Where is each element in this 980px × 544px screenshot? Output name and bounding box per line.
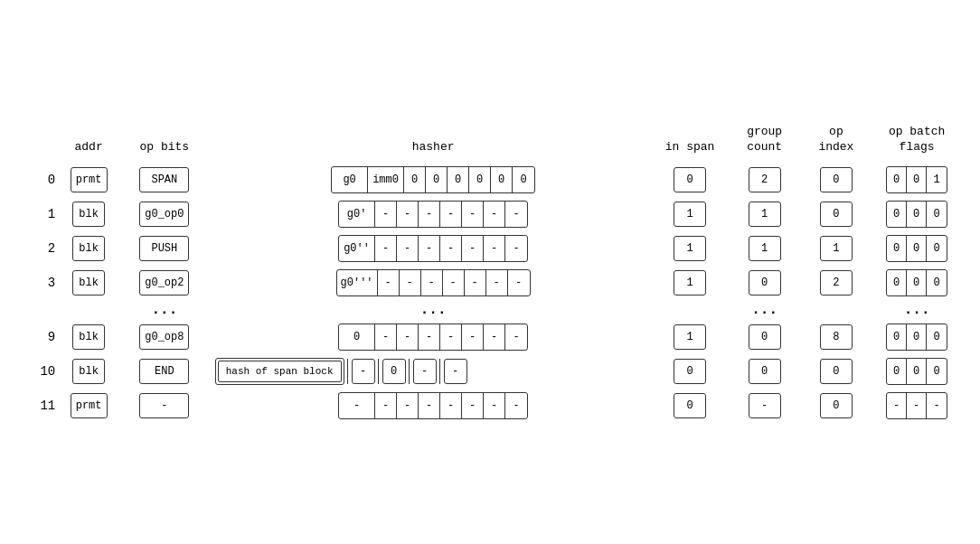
table-row: 2blkPUSHg0''-------111000 (15, 231, 965, 266)
table-row: 0prmtSPANg0imm0000000020001 (15, 163, 965, 197)
addr-num: 11 (15, 389, 61, 423)
addr-cell: blk (61, 231, 117, 266)
hasher-cell: g0'------- (212, 197, 655, 231)
hasher-cell: g0''------- (212, 231, 655, 266)
addr-cell: prmt (61, 389, 117, 423)
addr-cell: blk (61, 266, 117, 300)
op-index-cell: 0 (804, 197, 870, 231)
addr-cell: prmt (61, 163, 117, 197)
flags-cell: 001 (869, 163, 965, 197)
op-bits-cell: g0_op2 (117, 266, 212, 300)
addr-num (15, 300, 61, 320)
in-span-cell: 0 (654, 163, 725, 197)
in-span-cell: 0 (654, 389, 725, 423)
table-row: 3blkg0_op2g0'''-------102000 (15, 266, 965, 300)
flags-cell: ... (869, 300, 965, 320)
addr-num: 3 (15, 266, 61, 300)
addr-cell: blk (61, 197, 117, 231)
addr-cell (61, 300, 117, 320)
header-op-index: op index (804, 121, 870, 163)
op-bits-cell: PUSH (117, 231, 212, 266)
addr-num: 10 (15, 354, 61, 389)
table-row: 11prmt---------0-0--- (15, 389, 965, 423)
in-span-cell: 1 (654, 231, 725, 266)
op-index-cell: 1 (804, 231, 870, 266)
flags-cell: 000 (869, 231, 965, 266)
op-bits-cell: SPAN (117, 163, 212, 197)
addr-cell: blk (61, 320, 117, 354)
group-count-cell: 1 (726, 231, 804, 266)
table-row: 1blkg0_op0g0'-------110000 (15, 197, 965, 231)
flags-cell: 000 (869, 197, 965, 231)
hasher-cell: g0imm0000000 (212, 163, 655, 197)
group-count-cell: - (726, 389, 804, 423)
hasher-cell: ... (212, 300, 655, 320)
in-span-cell: 1 (654, 320, 725, 354)
group-count-cell: 0 (726, 354, 804, 389)
addr-num: 1 (15, 197, 61, 231)
op-bits-cell: g0_op0 (117, 197, 212, 231)
header-hasher: hasher (212, 121, 655, 163)
table-row: 10blkENDhash of span block-0--000000 (15, 354, 965, 389)
op-bits-cell: - (117, 389, 212, 423)
header-in-span: in span (654, 121, 725, 163)
table-row: ............ (15, 300, 965, 320)
addr-num: 0 (15, 163, 61, 197)
flags-cell: 000 (869, 320, 965, 354)
op-index-cell: 0 (804, 354, 870, 389)
in-span-cell: 1 (654, 197, 725, 231)
header-row: addr op bits hasher in span group count … (15, 121, 965, 163)
addr-cell: blk (61, 354, 117, 389)
group-count-cell: 0 (726, 266, 804, 300)
hasher-cell: g0'''------- (212, 266, 655, 300)
op-bits-cell: ... (117, 300, 212, 320)
flags-cell: --- (869, 389, 965, 423)
flags-cell: 000 (869, 354, 965, 389)
in-span-cell: 0 (654, 354, 725, 389)
op-index-cell: 8 (804, 320, 870, 354)
header-op-batch-flags: op batch flags (869, 121, 965, 163)
op-index-cell (804, 300, 870, 320)
op-bits-cell: g0_op8 (117, 320, 212, 354)
diagram: addr op bits hasher in span group count … (11, 112, 969, 432)
header-op-bits: op bits (117, 121, 212, 163)
op-index-cell: 0 (804, 389, 870, 423)
hasher-cell: hash of span block-0-- (212, 354, 655, 389)
group-count-cell: ... (726, 300, 804, 320)
group-count-cell: 1 (726, 197, 804, 231)
in-span-cell (654, 300, 725, 320)
addr-num: 9 (15, 320, 61, 354)
table-row: 9blkg0_op80-------108000 (15, 320, 965, 354)
hasher-cell: -------- (212, 389, 655, 423)
in-span-cell: 1 (654, 266, 725, 300)
flags-cell: 000 (869, 266, 965, 300)
op-bits-cell: END (117, 354, 212, 389)
group-count-cell: 0 (726, 320, 804, 354)
header-group-count: group count (726, 121, 804, 163)
header-addr: addr (61, 121, 117, 163)
group-count-cell: 2 (726, 163, 804, 197)
addr-num: 2 (15, 231, 61, 266)
op-index-cell: 2 (804, 266, 870, 300)
op-index-cell: 0 (804, 163, 870, 197)
hasher-cell: 0------- (212, 320, 655, 354)
